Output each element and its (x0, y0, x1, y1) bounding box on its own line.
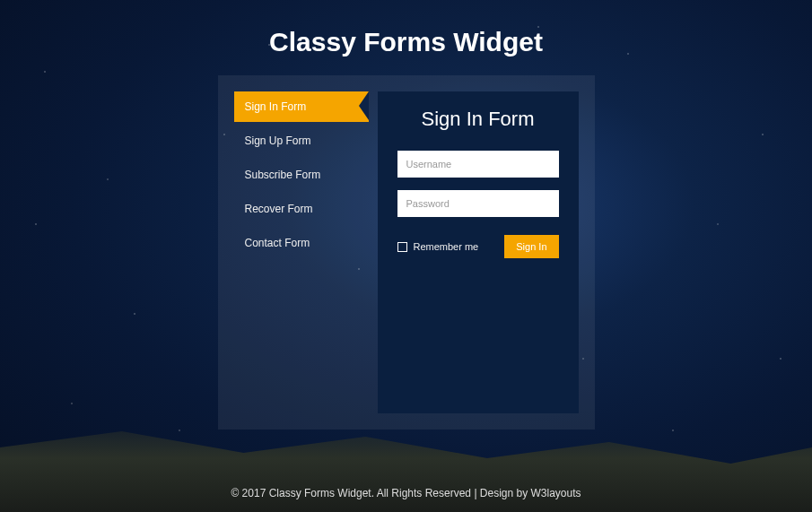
password-field[interactable] (397, 190, 559, 217)
sidebar-item-recover[interactable]: Recover Form (234, 194, 369, 224)
sidebar-item-label: Contact Form (245, 237, 310, 249)
checkbox-icon (397, 242, 407, 252)
sidebar-item-label: Recover Form (245, 203, 313, 215)
form-actions-row: Remember me Sign In (397, 235, 559, 258)
sidebar-item-label: Sign In Form (245, 100, 307, 113)
username-field[interactable] (397, 151, 559, 178)
footer-copyright: © 2017 Classy Forms Widget. All Rights R… (231, 487, 530, 499)
signin-button[interactable]: Sign In (504, 235, 558, 258)
page-title: Classy Forms Widget (0, 0, 812, 75)
form-sidebar: Sign In Form Sign Up Form Subscribe Form… (234, 91, 369, 413)
sidebar-item-signup[interactable]: Sign Up Form (234, 126, 369, 156)
sidebar-item-label: Subscribe Form (245, 169, 321, 181)
sidebar-item-contact[interactable]: Contact Form (234, 228, 369, 258)
remember-me-checkbox[interactable]: Remember me (397, 241, 479, 252)
sidebar-item-signin[interactable]: Sign In Form (234, 91, 369, 122)
remember-label: Remember me (414, 241, 479, 252)
widget-container: Sign In Form Sign Up Form Subscribe Form… (218, 75, 595, 430)
sidebar-item-subscribe[interactable]: Subscribe Form (234, 160, 369, 190)
footer-link[interactable]: W3layouts (531, 487, 581, 499)
sidebar-item-label: Sign Up Form (245, 135, 311, 147)
form-title: Sign In Form (397, 108, 559, 131)
footer: © 2017 Classy Forms Widget. All Rights R… (0, 487, 812, 499)
signin-form-panel: Sign In Form Remember me Sign In (378, 91, 579, 413)
